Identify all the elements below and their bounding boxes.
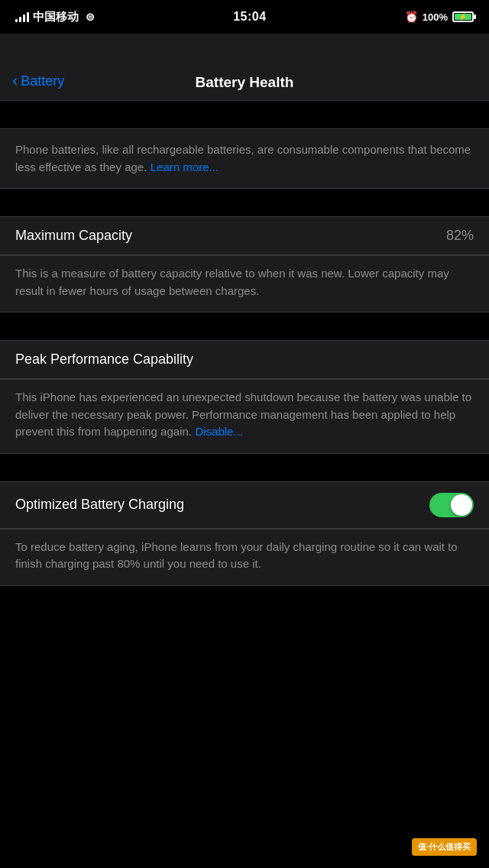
wifi-icon: ⊜ — [86, 11, 95, 23]
intro-section: Phone batteries, like all rechargeable b… — [0, 128, 489, 189]
section-gap-4 — [0, 454, 489, 481]
alarm-icon: ⏰ — [405, 11, 418, 23]
section-gap-3 — [0, 313, 489, 340]
max-capacity-row: Maximum Capacity 82% — [0, 217, 489, 254]
watermark: 值·什么值得买 — [412, 838, 477, 856]
signal-icon — [15, 11, 29, 22]
time-display: 15:04 — [233, 10, 266, 24]
section-gap-1 — [0, 101, 489, 128]
disable-link[interactable]: Disable... — [195, 425, 243, 438]
battery-container: ⚡ — [452, 11, 474, 22]
battery-bolt-icon: ⚡ — [458, 13, 467, 21]
optimized-charging-row: Optimized Battery Charging — [0, 482, 489, 528]
back-label: Battery — [21, 73, 64, 89]
status-bar: 中国移动 ⊜ 15:04 ⏰ 100% ⚡ — [0, 0, 489, 34]
optimized-charging-label: Optimized Battery Charging — [15, 497, 184, 513]
learn-more-link[interactable]: Learn more... — [151, 160, 219, 173]
back-chevron-icon: ‹ — [12, 71, 18, 91]
status-right: ⏰ 100% ⚡ — [405, 11, 474, 23]
optimized-charging-section: Optimized Battery Charging — [0, 481, 489, 529]
toggle-thumb — [451, 494, 472, 516]
status-left: 中国移动 ⊜ — [15, 10, 95, 24]
max-capacity-value: 82% — [446, 228, 474, 244]
max-capacity-label: Maximum Capacity — [15, 228, 132, 244]
optimized-charging-description: To reduce battery aging, iPhone learns f… — [15, 540, 458, 571]
max-capacity-desc-section: This is a measure of battery capacity re… — [0, 255, 489, 313]
optimized-charging-desc-section: To reduce battery aging, iPhone learns f… — [0, 529, 489, 586]
peak-performance-label: Peak Performance Capability — [15, 351, 193, 367]
max-capacity-section: Maximum Capacity 82% — [0, 216, 489, 255]
page-title: Battery Health — [196, 74, 294, 91]
carrier-text: 中国移动 — [33, 10, 79, 24]
content: Phone batteries, like all rechargeable b… — [0, 101, 489, 586]
intro-text: Phone batteries, like all rechargeable b… — [15, 143, 471, 173]
battery-icon: ⚡ — [452, 11, 474, 22]
optimized-charging-toggle[interactable] — [429, 493, 474, 517]
back-button[interactable]: ‹ Battery — [12, 71, 64, 91]
nav-header: ‹ Battery Battery Health — [0, 34, 489, 101]
section-gap-2 — [0, 189, 489, 216]
battery-percent: 100% — [423, 11, 448, 23]
max-capacity-description: This is a measure of battery capacity re… — [15, 267, 449, 297]
peak-performance-desc-section: This iPhone has experienced an unexpecte… — [0, 379, 489, 454]
peak-performance-description: This iPhone has experienced an unexpecte… — [15, 390, 471, 438]
peak-performance-section: Peak Performance Capability — [0, 340, 489, 379]
